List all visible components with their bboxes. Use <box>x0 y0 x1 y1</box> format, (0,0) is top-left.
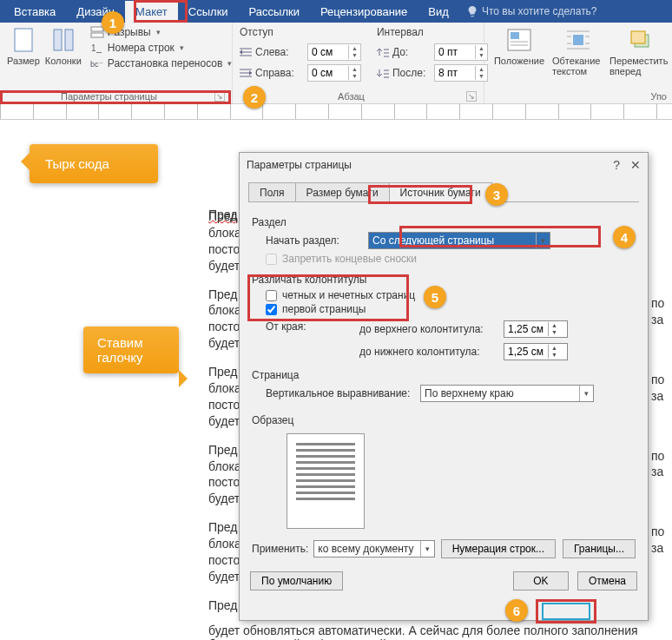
frag: посто <box>208 241 243 258</box>
page-setup-launcher-icon[interactable]: ↘ <box>214 91 225 102</box>
ok-button[interactable]: OK <box>513 571 569 591</box>
page-setup-dialog: Параметры страницы ? ✕ Поля Размер бумаг… <box>239 152 649 621</box>
borders-button[interactable]: Границы... <box>563 539 636 558</box>
spacing-after-icon <box>377 68 389 78</box>
header-distance-input[interactable]: ▲▼ <box>504 320 568 338</box>
close-icon[interactable]: ✕ <box>630 158 641 172</box>
breaks-icon <box>90 26 104 38</box>
spacing-after-row: После:▲▼ <box>377 64 488 82</box>
line-numbers-button[interactable]: 1⎯Номера строк▾ <box>90 42 233 54</box>
marker-5: 5 <box>424 286 446 308</box>
frag: будет <box>208 413 243 430</box>
ribbon-body: Размер Колонки Разрывы▾ 1⎯Номера строк▾ … <box>0 23 672 104</box>
line-numbers-button[interactable]: Нумерация строк... <box>441 539 556 558</box>
indent-right-icon <box>240 68 252 78</box>
tab-insert[interactable]: Вставка <box>3 1 66 23</box>
dlg-tab-size[interactable]: Размер бумаги <box>295 182 390 202</box>
apply-to-select[interactable]: ко всему документу▾ <box>313 540 435 558</box>
help-icon[interactable]: ? <box>613 158 620 172</box>
header-dist-label: до верхнего колонтитула: <box>359 323 498 335</box>
frag: Пред <box>208 287 243 303</box>
marker-1: 1 <box>102 11 124 34</box>
from-edge-label: От края: <box>266 320 318 333</box>
spacing-after-input[interactable]: ▲▼ <box>434 64 488 82</box>
spacing-title: Интервал <box>377 26 488 38</box>
indent-left-input[interactable]: ▲▼ <box>307 43 361 61</box>
dlg-tab-fields[interactable]: Поля <box>248 182 296 202</box>
tab-view[interactable]: Вид <box>418 1 459 23</box>
indent-right-row: Справа:▲▼ <box>240 64 361 82</box>
tab-review[interactable]: Рецензирование <box>310 1 418 23</box>
position-button[interactable]: Положение <box>491 26 547 66</box>
frag: Пред <box>208 597 243 614</box>
apply-to-label: Применить: <box>252 543 308 555</box>
hyphenation-icon: bc⁻ <box>90 57 104 69</box>
frag: по <box>651 295 667 312</box>
svg-rect-2 <box>65 30 73 50</box>
wrap-icon <box>564 26 592 54</box>
svg-rect-3 <box>91 27 103 31</box>
frag: посто <box>208 397 243 413</box>
page-setup-label: Параметры страницы <box>61 91 157 102</box>
svg-rect-1 <box>54 30 62 50</box>
tab-references[interactable]: Ссылки <box>178 1 239 23</box>
chevron-down-icon: ▾ <box>579 386 593 401</box>
group-paragraph: Отступ Слева:▲▼ Справа:▲▼ Интервал До:▲▼… <box>233 23 484 103</box>
frag: по <box>651 524 667 540</box>
size-button[interactable]: Размер <box>7 26 40 66</box>
frag: будет <box>208 491 243 507</box>
suppress-endnotes-label: Запретить концевые сноски <box>282 253 417 265</box>
page-group: Страница <box>252 369 636 381</box>
marker-4: 4 <box>613 226 636 248</box>
default-button[interactable]: По умолчанию <box>250 571 343 591</box>
cancel-button[interactable]: Отмена <box>577 571 637 591</box>
paragraph-launcher-icon[interactable]: ↘ <box>466 91 477 102</box>
line-numbers-icon: 1⎯ <box>90 42 104 54</box>
footer-distance-input[interactable]: ▲▼ <box>504 343 568 360</box>
indent-right-input[interactable]: ▲▼ <box>307 64 361 82</box>
wrap-text-button[interactable]: Обтекание текстом <box>552 26 604 76</box>
dlg-tab-source[interactable]: Источник бумаги <box>389 182 492 202</box>
headers-footers-group: Различать колонтитулы <box>252 274 636 286</box>
odd-even-label: четных и нечетных страниц <box>282 289 415 301</box>
marker-3: 3 <box>485 183 508 206</box>
svg-text:bc⁻: bc⁻ <box>90 60 103 69</box>
frag: Пред <box>208 442 243 459</box>
frag: будет <box>208 335 243 352</box>
dialog-titlebar: Параметры страницы ? ✕ <box>240 153 648 177</box>
odd-even-check[interactable] <box>266 290 277 301</box>
bring-forward-button[interactable]: Переместить вперед <box>609 26 672 76</box>
frag: посто <box>208 474 243 491</box>
frag: по <box>651 372 667 388</box>
frag: за <box>651 312 667 328</box>
frag: будет <box>208 569 243 585</box>
tab-layout[interactable]: Макет <box>125 1 178 23</box>
arrange-label: Упо <box>650 91 667 102</box>
columns-icon <box>49 26 77 54</box>
footer-dist-label: до нижнего колонтитула: <box>359 346 498 358</box>
section-start-select[interactable]: Со следующей страницы▾ <box>368 232 550 249</box>
frag: блока <box>208 302 243 319</box>
ruler[interactable] <box>0 104 672 120</box>
frag: за <box>651 388 667 405</box>
section-start-label: Начать раздел: <box>266 234 361 247</box>
group-arrange: Положение Обтекание текстом Переместить … <box>484 23 672 103</box>
frag: за <box>651 540 667 557</box>
svg-text:1⎯: 1⎯ <box>91 43 102 53</box>
frag: блока <box>208 536 243 552</box>
frag: Пред <box>208 208 243 225</box>
columns-button[interactable]: Колонки <box>45 26 82 66</box>
spacing-before-input[interactable]: ▲▼ <box>434 43 488 61</box>
first-page-check[interactable] <box>266 304 277 315</box>
valign-select[interactable]: По верхнему краю▾ <box>420 385 594 402</box>
dialog-title: Параметры страницы <box>247 159 352 171</box>
frag: посто <box>208 552 243 569</box>
hyphenation-button[interactable]: bc⁻Расстановка переносов▾ <box>90 57 233 69</box>
frag: Пред <box>208 519 243 536</box>
suppress-endnotes-check <box>266 254 277 265</box>
tab-mailings[interactable]: Рассылки <box>239 1 310 23</box>
first-page-label: первой страницы <box>282 303 366 315</box>
tell-me-search[interactable]: Что вы хотите сделать? <box>466 5 597 17</box>
callout-click-here: Тырк сюда <box>30 144 158 183</box>
frag: за <box>651 464 667 480</box>
